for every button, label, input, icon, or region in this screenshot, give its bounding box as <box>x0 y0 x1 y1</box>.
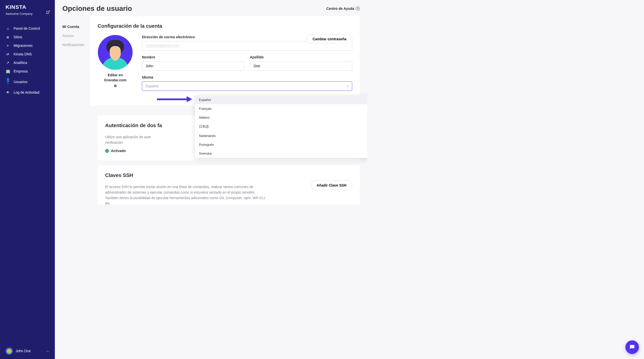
sidebar-item-label: Analítica <box>14 61 27 65</box>
notifications-bell-icon[interactable] <box>46 11 49 15</box>
company-icon: 🏢 <box>6 69 10 73</box>
ssh-desc: El acceso SSH le permite iniciar sesión … <box>105 184 266 204</box>
sub-tabs: Mi Cuenta Acceso Notificaciones <box>55 16 90 111</box>
change-password-button[interactable]: Cambiar contraseña <box>307 34 352 44</box>
language-dropdown: Español Français Italiano 日本語 Nederlands… <box>195 95 367 158</box>
sub-tab-notifications[interactable]: Notificaciones <box>62 40 90 49</box>
language-option[interactable]: 日本語 <box>195 122 367 131</box>
page-title: Opciones de usuario <box>62 5 132 13</box>
sub-tab-access[interactable]: Acceso <box>62 31 90 40</box>
sidebar-item-label: Empresa <box>14 69 28 73</box>
language-option[interactable]: Português <box>195 140 367 149</box>
sidebar-item-activity-log[interactable]: 👁Log de Actividad <box>0 88 55 97</box>
external-link-icon: ⧉ <box>98 84 133 88</box>
label-surname: Apellido <box>250 55 352 59</box>
sidebar-item-users[interactable]: 👤⁺Usuarios <box>0 76 55 88</box>
section-title-account: Configuración de la cuenta <box>98 23 352 29</box>
sidebar-item-analytics[interactable]: ↗Analítica <box>0 58 55 67</box>
sidebar-item-dns[interactable]: ⇄Kinsta DNS <box>0 50 55 58</box>
analytics-icon: ↗ <box>6 61 10 65</box>
gravatar-edit-link[interactable]: Editar en Gravatar.com ⧉ <box>98 73 133 88</box>
chevron-down-icon: ▾ <box>347 85 348 88</box>
language-option[interactable]: Nederlands <box>195 131 367 140</box>
gravatar-label: Editar en Gravatar.com <box>104 73 127 82</box>
language-placeholder: Español <box>146 84 158 88</box>
check-icon: ✓ <box>105 149 109 153</box>
account-settings-panel: Configuración de la cuenta Cambiar contr… <box>90 16 360 105</box>
users-icon: 👤⁺ <box>6 78 10 86</box>
language-option[interactable]: Italiano <box>195 113 367 122</box>
label-name: Nombre <box>142 55 244 59</box>
language-select[interactable]: Español ▾ <box>142 81 352 91</box>
sidebar-item-label: Usuarios <box>14 80 27 84</box>
brand-logo: KINSTA <box>0 0 55 12</box>
language-option[interactable]: Español <box>195 95 367 104</box>
stack-icon: ≣ <box>6 35 10 39</box>
sidebar: KINSTA Awesome Company ⌂Panel de Control… <box>0 0 55 204</box>
help-icon: ? <box>356 7 360 11</box>
language-option[interactable]: Français <box>195 104 367 113</box>
language-option[interactable]: Svenska <box>195 149 367 158</box>
sidebar-item-label: Kinsta DNS <box>14 52 32 56</box>
migrate-icon: ➣ <box>6 44 10 48</box>
sub-tab-account[interactable]: Mi Cuenta <box>62 22 90 31</box>
sidebar-item-dashboard[interactable]: ⌂Panel de Control <box>0 24 55 33</box>
help-center-link[interactable]: Centro de Ayuda ? <box>326 7 360 11</box>
account-form: Dirección de correo electrónico Nombre A… <box>142 35 352 95</box>
sidebar-nav: ⌂Panel de Control ≣Sitios ➣Migraciones ⇄… <box>0 24 55 97</box>
home-icon: ⌂ <box>6 26 10 30</box>
sidebar-item-label: Panel de Control <box>14 26 40 30</box>
last-name-field[interactable] <box>250 61 352 71</box>
sidebar-item-sites[interactable]: ≣Sitios <box>0 33 55 41</box>
main: Opciones de usuario Centro de Ayuda ? Mi… <box>55 0 367 204</box>
add-ssh-key-button[interactable]: Añadir Clave SSH <box>311 181 352 190</box>
topbar: Opciones de usuario Centro de Ayuda ? <box>55 0 367 16</box>
sidebar-item-migrations[interactable]: ➣Migraciones <box>0 41 55 50</box>
eye-icon: 👁 <box>6 90 10 94</box>
ssh-keys-panel: Claves SSH El acceso SSH le permite inic… <box>98 165 360 204</box>
annotation-arrow <box>157 96 192 102</box>
sidebar-item-label: Log de Actividad <box>14 90 39 94</box>
help-label: Centro de Ayuda <box>326 7 354 11</box>
avatar-column: Editar en Gravatar.com ⧉ <box>98 35 133 95</box>
avatar <box>98 35 133 70</box>
sidebar-item-label: Migraciones <box>14 44 32 48</box>
first-name-field[interactable] <box>142 61 244 71</box>
sidebar-item-company[interactable]: 🏢Empresa <box>0 67 55 76</box>
status-label: Activado <box>111 149 126 153</box>
section-title-ssh: Claves SSH <box>105 172 352 178</box>
dns-icon: ⇄ <box>6 52 10 56</box>
label-language: Idioma <box>142 75 352 79</box>
sidebar-item-label: Sitios <box>14 35 22 39</box>
